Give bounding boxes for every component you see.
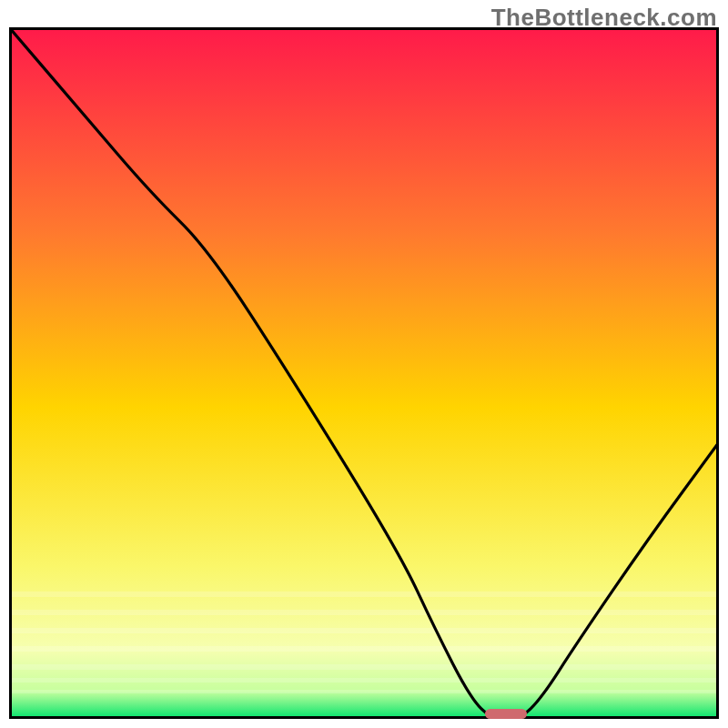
watermark-label: TheBottleneck.com [491, 4, 717, 32]
chart-stage: TheBottleneck.com [0, 0, 728, 728]
bottleneck-curve [9, 27, 719, 719]
plot-area [9, 27, 719, 719]
optimal-marker [485, 709, 528, 719]
curve-layer [9, 27, 719, 719]
